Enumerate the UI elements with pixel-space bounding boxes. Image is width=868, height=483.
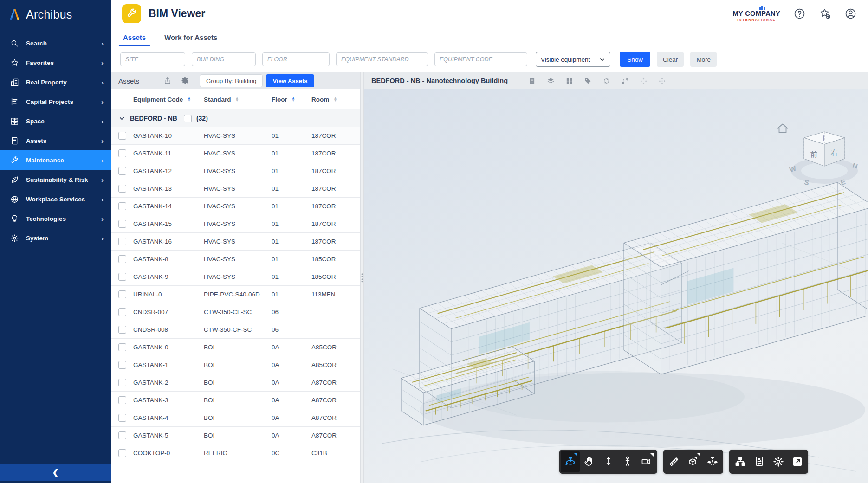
asset-row-gastank-8[interactable]: GASTANK-8HVAC-SYS01185COR: [111, 251, 360, 268]
column-header-standard[interactable]: Standard▲▼: [204, 96, 272, 103]
walk-button[interactable]: [618, 451, 637, 472]
model-tree-button[interactable]: [731, 451, 750, 472]
equipment-code-input[interactable]: [434, 52, 527, 66]
asset-row-gastank-10[interactable]: GASTANK-10HVAC-SYS01187COR: [111, 127, 360, 145]
pan-button[interactable]: [580, 451, 599, 472]
column-header-equipment-code[interactable]: Equipment Code▲▼: [133, 96, 204, 103]
profile-icon[interactable]: [844, 7, 857, 20]
orbit-button[interactable]: [561, 451, 580, 472]
row-checkbox[interactable]: [118, 202, 126, 210]
asset-row-gastank-11[interactable]: GASTANK-11HVAC-SYS01187COR: [111, 145, 360, 162]
column-header-room[interactable]: Room▲▼: [311, 96, 358, 103]
sidebar-item-capital-projects[interactable]: Capital Projects›: [0, 92, 111, 111]
sidebar-item-search[interactable]: Search›: [0, 33, 111, 53]
row-checkbox[interactable]: [118, 273, 126, 281]
camera-button[interactable]: [637, 451, 656, 472]
export-icon[interactable]: [163, 77, 172, 85]
sort-icon[interactable]: ▲▼: [187, 97, 191, 102]
route-icon[interactable]: [621, 77, 629, 85]
sidebar-item-workplace-services[interactable]: Workplace Services›: [0, 189, 111, 209]
favorite-add-icon[interactable]: [819, 7, 831, 20]
asset-row-gastank-12[interactable]: GASTANK-12HVAC-SYS01187COR: [111, 162, 360, 180]
view-cube[interactable]: W N S E 上 前 右: [787, 125, 862, 190]
row-checkbox[interactable]: [118, 449, 126, 457]
section-button[interactable]: [684, 451, 703, 472]
sidebar-item-assets[interactable]: Assets›: [0, 131, 111, 150]
row-checkbox[interactable]: [118, 149, 126, 157]
zoom-button[interactable]: [599, 451, 618, 472]
asset-row-gastank-16[interactable]: GASTANK-16HVAC-SYS01187COR: [111, 233, 360, 251]
group-row[interactable]: BEDFORD - NB (32): [111, 109, 360, 127]
measure-button[interactable]: [665, 451, 684, 472]
asset-row-gastank-5[interactable]: GASTANK-5BOI0AA87COR: [111, 427, 360, 444]
more-button[interactable]: More: [690, 52, 717, 67]
sidebar-collapse-button[interactable]: ❮: [0, 464, 111, 481]
site-input[interactable]: [120, 52, 185, 66]
explode-button[interactable]: [703, 451, 722, 472]
company-logo[interactable]: MY COMPANY INTERNATIONAL: [732, 6, 780, 22]
asset-row-cndsr-008[interactable]: CNDSR-008CTW-350-CF-SC06: [111, 321, 360, 339]
asset-row-gastank-1[interactable]: GASTANK-1BOI0AA85COR: [111, 356, 360, 374]
fullscreen-button[interactable]: [788, 451, 807, 472]
asset-row-cndsr-007[interactable]: CNDSR-007CTW-350-CF-SC06: [111, 303, 360, 321]
properties-button[interactable]: [750, 451, 769, 472]
sidebar-item-maintenance[interactable]: Maintenance›: [0, 150, 111, 170]
sidebar-item-system[interactable]: System›: [0, 228, 111, 248]
sidebar-item-favorites[interactable]: Favorites›: [0, 53, 111, 72]
equipment-standard-input[interactable]: [336, 52, 428, 66]
row-checkbox[interactable]: [118, 132, 126, 140]
asset-row-gastank-9[interactable]: GASTANK-9HVAC-SYS01185COR: [111, 268, 360, 286]
row-checkbox[interactable]: [118, 167, 126, 175]
group-checkbox[interactable]: [184, 115, 192, 122]
visibility-select[interactable]: Visible equipment: [536, 52, 610, 67]
asset-row-cooktop-0[interactable]: COOKTOP-0REFRIG0CC31B: [111, 444, 360, 462]
sync-icon[interactable]: [602, 77, 610, 85]
view-assets-button[interactable]: View Assets: [266, 74, 314, 87]
settings-button[interactable]: [769, 451, 788, 472]
panel-splitter[interactable]: [360, 72, 364, 483]
asset-row-gastank-2[interactable]: GASTANK-2BOI0AA87COR: [111, 374, 360, 392]
row-checkbox[interactable]: [118, 361, 126, 369]
layers-icon[interactable]: [547, 77, 555, 85]
building-input[interactable]: [192, 52, 256, 66]
row-checkbox[interactable]: [118, 431, 126, 439]
tiles-icon[interactable]: [565, 77, 573, 85]
asset-row-gastank-0[interactable]: GASTANK-0BOI0AA85COR: [111, 339, 360, 356]
clear-button[interactable]: Clear: [657, 52, 684, 67]
cluster-move-icon[interactable]: [658, 77, 666, 85]
asset-row-gastank-3[interactable]: GASTANK-3BOI0AA87COR: [111, 392, 360, 409]
row-checkbox[interactable]: [118, 379, 126, 386]
tab-work-for-assets[interactable]: Work for Assets: [164, 33, 217, 46]
row-checkbox[interactable]: [118, 326, 126, 334]
row-checkbox[interactable]: [118, 308, 126, 316]
help-icon[interactable]: [793, 7, 806, 20]
column-header-floor[interactable]: Floor▲▼: [272, 96, 311, 103]
row-checkbox[interactable]: [118, 290, 126, 298]
row-checkbox[interactable]: [118, 255, 126, 263]
sidebar-item-sustainability-risk[interactable]: Sustainability & Risk›: [0, 170, 111, 189]
row-checkbox[interactable]: [118, 396, 126, 404]
floor-input[interactable]: [262, 52, 330, 66]
row-checkbox[interactable]: [118, 220, 126, 228]
asset-row-urinal-0[interactable]: URINAL-0PIPE-PVC-S40-06D01113MEN: [111, 286, 360, 303]
tag-icon[interactable]: [584, 77, 592, 85]
cluster-icon[interactable]: [640, 77, 648, 85]
sidebar-item-real-property[interactable]: Real Property›: [0, 72, 111, 92]
sort-icon[interactable]: ▲▼: [291, 97, 295, 102]
sort-icon[interactable]: ▲▼: [235, 97, 239, 102]
asset-row-gastank-4[interactable]: GASTANK-4BOI0AA87COR: [111, 409, 360, 427]
group-by-button[interactable]: Group By: Building: [200, 74, 263, 87]
bim-3d-canvas[interactable]: W N S E 上 前 右: [364, 89, 868, 483]
asset-row-gastank-15[interactable]: GASTANK-15HVAC-SYS01187COR: [111, 215, 360, 233]
row-checkbox[interactable]: [118, 414, 126, 422]
brand[interactable]: Archibus: [0, 0, 111, 29]
row-checkbox[interactable]: [118, 238, 126, 245]
building2-icon[interactable]: [528, 77, 536, 85]
sort-icon[interactable]: ▲▼: [333, 97, 337, 102]
panel-settings-icon[interactable]: [181, 77, 189, 85]
asset-row-gastank-13[interactable]: GASTANK-13HVAC-SYS01187COR: [111, 180, 360, 198]
tab-assets[interactable]: Assets: [123, 33, 146, 46]
sidebar-item-space[interactable]: Space›: [0, 111, 111, 131]
sidebar-item-technologies[interactable]: Technologies›: [0, 209, 111, 228]
show-button[interactable]: Show: [620, 52, 650, 67]
